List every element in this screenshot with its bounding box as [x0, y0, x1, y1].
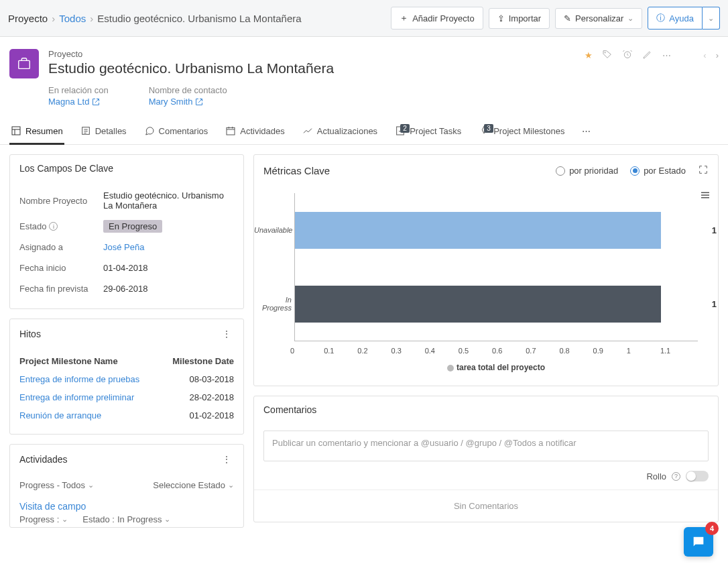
- activities-title: Actividades: [19, 454, 68, 465]
- chart-bar-row: Unavailable1: [294, 193, 698, 267]
- project-name-value: Estudio geotécnico. Urbanismo La Montañe…: [103, 190, 234, 211]
- activities-filter-state[interactable]: Seleccione Estado ⌄: [153, 480, 234, 490]
- radio-priority[interactable]: por prioridad: [556, 166, 618, 176]
- radio-state[interactable]: por Estado: [630, 166, 686, 176]
- milestones-title: Hitos: [19, 329, 41, 339]
- state-dropdown[interactable]: ⌄: [164, 515, 170, 524]
- chart-bar-row: In Progress1: [294, 267, 698, 341]
- rollo-toggle[interactable]: [686, 471, 709, 481]
- tab-more[interactable]: ⋯: [581, 119, 592, 144]
- activities-filter-progress[interactable]: Progress - Todos ⌄: [19, 480, 94, 490]
- key-fields-panel: Los Campos De Clave Nombre ProyectoEstud…: [9, 154, 244, 309]
- svg-point-1: [605, 52, 605, 53]
- tab-updates[interactable]: Actualizaciones: [301, 119, 379, 144]
- metrics-title: Métricas Clave: [263, 165, 330, 176]
- import-button[interactable]: ⇪Importar: [489, 8, 550, 29]
- milestones-panel: Hitos⋮ Project Milestone NameMilestone D…: [9, 319, 244, 435]
- edit-icon[interactable]: [642, 49, 653, 62]
- end-date: 29-06-2018: [103, 284, 234, 294]
- tab-activities[interactable]: Actividades: [224, 119, 286, 144]
- help-button[interactable]: ⓘAyuda: [648, 7, 703, 30]
- milestones-menu-icon[interactable]: ⋮: [219, 327, 234, 341]
- project-icon: [9, 49, 39, 78]
- breadcrumb-mid[interactable]: Todos: [59, 13, 86, 24]
- svg-rect-0: [19, 60, 30, 68]
- activities-panel: Actividades⋮ Progress - Todos ⌄ Seleccio…: [9, 444, 244, 528]
- tab-tasks[interactable]: 2Project Tasks: [393, 119, 463, 144]
- breadcrumb: Proyecto › Todos › Estudio geotécnico. U…: [8, 13, 302, 24]
- tab-milestones[interactable]: 3Project Milestones: [477, 119, 566, 144]
- header-label: Proyecto: [48, 49, 575, 59]
- star-icon[interactable]: ★: [585, 50, 593, 60]
- assigned-link[interactable]: José Peña: [103, 242, 144, 252]
- milestone-row: Entrega de informe preliminar28-02-2018: [19, 388, 234, 406]
- svg-rect-5: [227, 127, 235, 135]
- expand-icon[interactable]: [698, 164, 709, 177]
- reminder-icon[interactable]: [622, 49, 633, 62]
- comments-panel: Comentarios Publicar un comentario y men…: [253, 396, 719, 522]
- related-account-link[interactable]: Magna Ltd: [48, 97, 100, 107]
- tab-details[interactable]: Detalles: [79, 119, 128, 144]
- chart-menu-icon[interactable]: [699, 189, 711, 203]
- start-date: 01-04-2018: [103, 263, 234, 273]
- help-dropdown[interactable]: ⌄: [703, 7, 720, 30]
- breadcrumb-root[interactable]: Proyecto: [8, 13, 48, 24]
- tab-comments[interactable]: Comentarios: [143, 119, 210, 144]
- rollo-info-icon[interactable]: ?: [672, 472, 680, 481]
- comment-input[interactable]: Publicar un comentario y mencionar a @us…: [263, 431, 709, 461]
- breadcrumb-leaf: Estudio geotécnico. Urbanismo La Montañe…: [97, 13, 301, 24]
- metrics-panel: Métricas Clave por prioridad por Estado …: [253, 154, 719, 386]
- contact-label: Nombre de contacto: [149, 85, 227, 95]
- next-icon[interactable]: ›: [716, 50, 719, 60]
- no-comments-text: Sin Comentarios: [254, 490, 718, 522]
- more-icon[interactable]: ⋯: [662, 50, 671, 60]
- chat-badge: 4: [705, 522, 719, 535]
- key-fields-title: Los Campos De Clave: [10, 155, 243, 182]
- milestone-row: Reunión de arranque01-02-2018: [19, 406, 234, 424]
- chart: Unavailable1In Progress1 00.10.20.30.40.…: [254, 186, 718, 386]
- progress-dropdown[interactable]: ⌄: [62, 515, 68, 524]
- svg-rect-3: [12, 127, 20, 135]
- relation-label: En relación con: [48, 85, 109, 95]
- prev-icon[interactable]: ‹: [703, 50, 706, 60]
- activities-menu-icon[interactable]: ⋮: [219, 453, 234, 466]
- add-project-button[interactable]: ＋Añadir Proyecto: [391, 7, 483, 30]
- comments-title: Comentarios: [254, 396, 718, 424]
- contact-link[interactable]: Mary Smith: [149, 97, 204, 107]
- chat-button[interactable]: 4: [684, 527, 713, 537]
- status-badge[interactable]: En Progreso: [103, 220, 162, 233]
- customize-button[interactable]: ✎Personalizar⌄: [555, 8, 642, 29]
- tab-summary[interactable]: Resumen: [9, 119, 64, 144]
- page-title: Estudio geotécnico. Urbanismo La Montañe…: [48, 60, 575, 76]
- tag-icon[interactable]: [602, 49, 613, 62]
- info-icon[interactable]: i: [49, 222, 58, 231]
- activity-link[interactable]: Visita de campo: [19, 501, 86, 512]
- milestone-row: Entrega de informe de pruebas08-03-2018: [19, 370, 234, 388]
